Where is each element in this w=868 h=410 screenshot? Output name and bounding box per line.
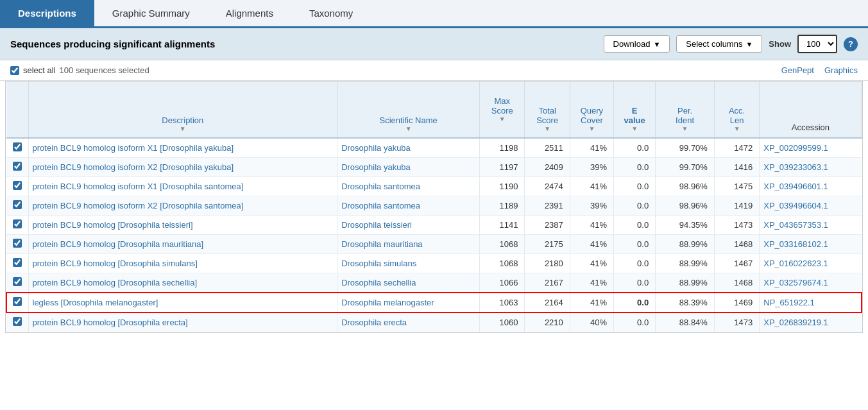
description-link[interactable]: protein BCL9 homolog [Drosophila simulan… — [33, 259, 198, 268]
tab-graphic-summary[interactable]: Graphic Summary — [94, 0, 208, 26]
description-link[interactable]: protein BCL9 homolog isoform X2 [Drosoph… — [33, 201, 244, 210]
accession-link[interactable]: NP_651922.1 — [763, 298, 815, 307]
row-scientific-name-cell: Drosophila melanogaster — [337, 293, 480, 312]
row-acc-len-cell: 1419 — [714, 196, 759, 216]
row-accession-cell: XP_032579674.1 — [760, 273, 862, 293]
accession-link[interactable]: XP_039233063.1 — [763, 162, 828, 172]
row-check-cell — [6, 196, 28, 216]
accession-link[interactable]: XP_016022623.1 — [763, 259, 828, 268]
row-e-value-cell: 0.0 — [614, 235, 656, 254]
tab-taxonomy[interactable]: Taxonomy — [291, 0, 371, 26]
row-acc-len-cell: 1473 — [714, 312, 759, 332]
scientific-name-link[interactable]: Drosophila melanogaster — [341, 298, 434, 307]
sequence-count: 100 sequences selected — [60, 65, 149, 75]
row-checkbox[interactable] — [13, 297, 22, 306]
row-scientific-name-cell: Drosophila mauritiana — [337, 235, 480, 254]
show-select[interactable]: 100 50 20 — [797, 35, 837, 53]
row-checkbox[interactable] — [13, 200, 22, 209]
scientific-name-sort-icon: ▼ — [341, 125, 475, 132]
select-all-checkbox[interactable] — [10, 66, 19, 75]
scientific-name-link[interactable]: Drosophila santomea — [341, 201, 420, 210]
table-row: protein BCL9 homolog isoform X1 [Drosoph… — [6, 177, 862, 196]
row-max-score-cell: 1198 — [480, 138, 525, 158]
scientific-name-link[interactable]: Drosophila sechellia — [341, 278, 416, 287]
col-header-description[interactable]: Description ▼ — [28, 81, 337, 138]
accession-link[interactable]: XP_032579674.1 — [763, 278, 828, 287]
description-link[interactable]: protein BCL9 homolog [Drosophila mauriti… — [33, 239, 204, 249]
scientific-name-link[interactable]: Drosophila teissieri — [341, 220, 412, 230]
accession-link[interactable]: XP_026839219.1 — [763, 318, 828, 327]
accession-link[interactable]: XP_039496601.1 — [763, 182, 828, 191]
row-e-value-cell: 0.0 — [614, 158, 656, 177]
row-checkbox[interactable] — [13, 142, 22, 151]
scientific-name-link[interactable]: Drosophila erecta — [341, 318, 407, 327]
toolbar-controls: Download ▼ Select columns ▼ Show 100 50 … — [604, 35, 858, 53]
row-check-cell — [6, 293, 28, 312]
description-link[interactable]: protein BCL9 homolog [Drosophila sechell… — [33, 278, 198, 287]
scientific-name-link[interactable]: Drosophila mauritiana — [341, 239, 422, 249]
row-check-cell — [6, 273, 28, 293]
row-max-score-cell: 1063 — [480, 293, 525, 312]
accession-link[interactable]: XP_033168102.1 — [763, 239, 828, 249]
tab-alignments[interactable]: Alignments — [208, 0, 291, 26]
row-description-cell: protein BCL9 homolog isoform X2 [Drosoph… — [28, 196, 337, 216]
row-checkbox[interactable] — [13, 162, 22, 171]
accession-link[interactable]: XP_002099599.1 — [763, 143, 828, 153]
row-checkbox[interactable] — [13, 277, 22, 286]
row-check-cell — [6, 235, 28, 254]
row-checkbox[interactable] — [13, 219, 22, 228]
description-link[interactable]: protein BCL9 homolog [Drosophila erecta] — [33, 318, 188, 327]
row-accession-cell: XP_043657353.1 — [760, 216, 862, 235]
description-link[interactable]: protein BCL9 homolog isoform X2 [Drosoph… — [33, 162, 234, 172]
table-row: protein BCL9 homolog isoform X1 [Drosoph… — [6, 138, 862, 158]
row-accession-cell: XP_039496601.1 — [760, 177, 862, 196]
row-checkbox[interactable] — [13, 258, 22, 267]
col-header-max-score[interactable]: MaxScore ▼ — [480, 81, 525, 138]
row-checkbox[interactable] — [13, 317, 22, 326]
col-header-e-value[interactable]: Evalue ▼ — [614, 81, 656, 138]
download-button[interactable]: Download ▼ — [604, 35, 670, 53]
row-max-score-cell: 1197 — [480, 158, 525, 177]
row-scientific-name-cell: Drosophila yakuba — [337, 138, 480, 158]
row-description-cell: protein BCL9 homolog [Drosophila mauriti… — [28, 235, 337, 254]
row-checkbox[interactable] — [13, 181, 22, 190]
row-query-cover-cell: 41% — [570, 235, 613, 254]
row-total-score-cell: 2387 — [525, 216, 570, 235]
col-header-scientific-name[interactable]: Scientific Name ▼ — [337, 81, 480, 138]
row-description-cell: protein BCL9 homolog isoform X1 [Drosoph… — [28, 177, 337, 196]
col-header-acc-len[interactable]: Acc.Len ▼ — [714, 81, 759, 138]
row-total-score-cell: 2210 — [525, 312, 570, 332]
right-links: GenPept Graphics — [781, 65, 858, 75]
scientific-name-link[interactable]: Drosophila simulans — [341, 259, 416, 268]
description-link[interactable]: protein BCL9 homolog isoform X1 [Drosoph… — [33, 182, 244, 191]
description-link[interactable]: protein BCL9 homolog [Drosophila teissie… — [33, 220, 193, 230]
col-header-per-ident[interactable]: Per.Ident ▼ — [656, 81, 715, 138]
row-acc-len-cell: 1468 — [714, 273, 759, 293]
help-button[interactable]: ? — [844, 37, 858, 51]
row-description-cell: protein BCL9 homolog isoform X2 [Drosoph… — [28, 158, 337, 177]
accession-link[interactable]: XP_039496604.1 — [763, 201, 828, 210]
row-scientific-name-cell: Drosophila santomea — [337, 177, 480, 196]
select-columns-button[interactable]: Select columns ▼ — [676, 35, 762, 53]
table-row: protein BCL9 homolog [Drosophila erecta]… — [6, 312, 862, 332]
accession-link[interactable]: XP_043657353.1 — [763, 220, 828, 230]
description-link[interactable]: protein BCL9 homolog isoform X1 [Drosoph… — [33, 143, 234, 153]
row-per-ident-cell: 98.96% — [656, 177, 715, 196]
scientific-name-link[interactable]: Drosophila santomea — [341, 182, 420, 191]
graphics-link[interactable]: Graphics — [824, 65, 858, 75]
col-header-total-score[interactable]: TotalScore ▼ — [525, 81, 570, 138]
row-per-ident-cell: 94.35% — [656, 216, 715, 235]
row-per-ident-cell: 88.39% — [656, 293, 715, 312]
col-header-accession: Accession — [760, 81, 862, 138]
row-checkbox[interactable] — [13, 239, 22, 248]
row-description-cell: legless [Drosophila melanogaster] — [28, 293, 337, 312]
tab-descriptions[interactable]: Descriptions — [0, 0, 94, 26]
scientific-name-link[interactable]: Drosophila yakuba — [341, 162, 411, 172]
col-header-query-cover[interactable]: QueryCover ▼ — [570, 81, 613, 138]
select-all-label[interactable]: select all — [10, 65, 56, 75]
scientific-name-link[interactable]: Drosophila yakuba — [341, 143, 411, 153]
genpept-link[interactable]: GenPept — [781, 65, 814, 75]
row-check-cell — [6, 216, 28, 235]
description-link[interactable]: legless [Drosophila melanogaster] — [33, 298, 158, 307]
row-max-score-cell: 1141 — [480, 216, 525, 235]
